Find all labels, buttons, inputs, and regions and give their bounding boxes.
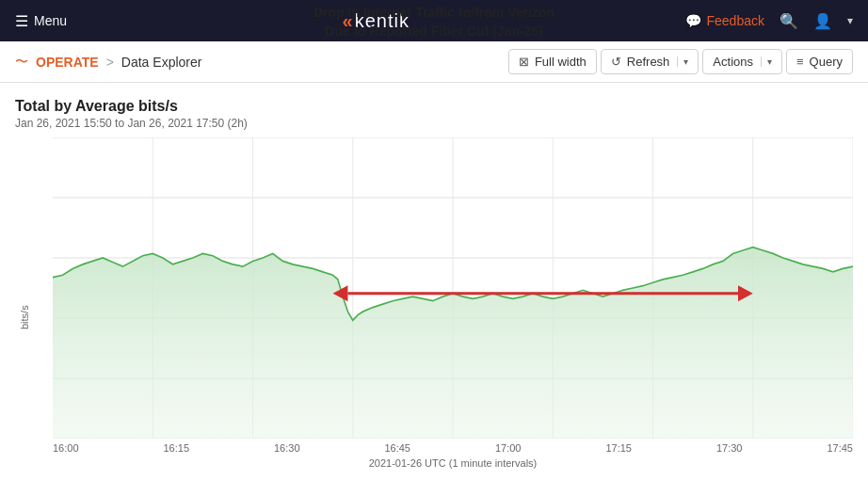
- annotation-line1: Drop in Internet Traffic to/from Verizon: [0, 4, 868, 23]
- refresh-label: Refresh: [627, 55, 670, 69]
- chart-header: Total by Average bits/s Jan 26, 2021 15:…: [15, 98, 853, 130]
- chart-svg: [53, 137, 853, 439]
- x-label-1730: 17:30: [716, 442, 743, 454]
- annotation-line2: Due to Reported Fiber Cut (Jan-26): [0, 23, 868, 41]
- operate-link[interactable]: OPERATE: [36, 55, 99, 70]
- query-icon: ≡: [796, 55, 804, 69]
- refresh-button[interactable]: ↺ Refresh ▾: [601, 49, 699, 74]
- x-label-1700: 17:00: [495, 442, 522, 454]
- refresh-icon: ↺: [611, 55, 621, 69]
- fullwidth-button[interactable]: ⊠ Full width: [508, 49, 597, 74]
- chart-annotation: Drop in Internet Traffic to/from Verizon…: [0, 0, 868, 44]
- query-label: Query: [810, 55, 843, 69]
- fullwidth-icon: ⊠: [519, 55, 529, 69]
- query-button[interactable]: ≡ Query: [786, 49, 853, 74]
- x-label-1645: 16:45: [384, 442, 410, 454]
- x-axis-labels: 16:00 16:15 16:30 16:45 17:00 17:15 17:3…: [53, 439, 853, 457]
- chart-subtitle: Jan 26, 2021 15:50 to Jan 26, 2021 17:50…: [15, 117, 853, 130]
- main-content: Total by Average bits/s Jan 26, 2021 15:…: [0, 83, 868, 480]
- actions-dropdown-icon[interactable]: ▾: [761, 56, 772, 67]
- actions-label: Actions: [713, 55, 753, 69]
- actions-button[interactable]: Actions ▾: [702, 49, 782, 74]
- x-label-1715: 17:15: [605, 442, 632, 454]
- chart-area: bits/s Drop in Internet Traffic to/from …: [15, 137, 853, 469]
- sub-navigation: 〜 OPERATE > Data Explorer ⊠ Full width ↺…: [0, 41, 868, 83]
- page-title: Data Explorer: [121, 55, 202, 70]
- chart-svg-container: [53, 137, 853, 439]
- x-label-1615: 16:15: [163, 442, 189, 454]
- chart-title: Total by Average bits/s: [15, 98, 853, 115]
- x-label-1630: 16:30: [274, 442, 300, 454]
- refresh-dropdown-icon[interactable]: ▾: [677, 56, 688, 67]
- breadcrumb-separator: >: [106, 55, 114, 70]
- x-label-1745: 17:45: [827, 442, 853, 454]
- sub-nav-actions: ⊠ Full width ↺ Refresh ▾ Actions ▾ ≡ Que…: [508, 49, 853, 74]
- breadcrumb: 〜 OPERATE > Data Explorer: [15, 54, 201, 71]
- x-label-1600: 16:00: [53, 442, 79, 454]
- x-axis-subtitle: 2021-01-26 UTC (1 minute intervals): [53, 457, 853, 469]
- chart-wrapper: Drop in Internet Traffic to/from Verizon…: [34, 137, 853, 469]
- fullwidth-label: Full width: [535, 55, 587, 69]
- y-axis-label: bits/s: [15, 137, 34, 469]
- pulse-icon: 〜: [15, 54, 28, 71]
